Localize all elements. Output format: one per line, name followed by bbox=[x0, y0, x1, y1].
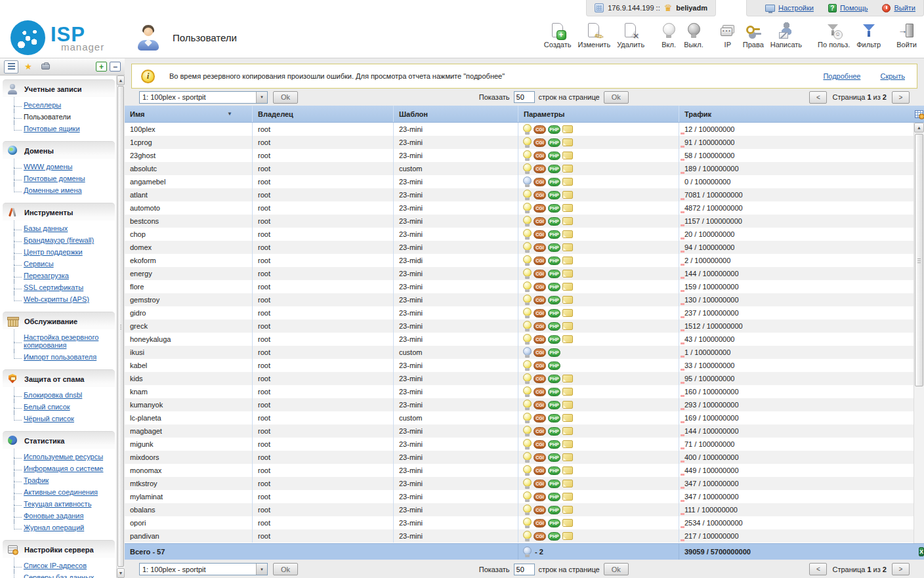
sidebar-section-header[interactable]: Инструменты bbox=[3, 203, 115, 220]
rows-ok-button[interactable]: Ok bbox=[604, 91, 629, 104]
table-row[interactable]: migunk root 23-mini CGI PHP 71 / 1000000… bbox=[125, 438, 924, 451]
table-row[interactable]: automoto root 23-mini CGI PHP 4872 / 100… bbox=[125, 201, 924, 215]
table-row[interactable]: knam root 23-mini CGI PHP 160 / 10000000… bbox=[125, 385, 924, 398]
toolbar-edit-button[interactable]: Изменить bbox=[575, 22, 614, 49]
rows-per-page-input[interactable] bbox=[514, 564, 535, 575]
scrollbar-thumb[interactable] bbox=[915, 134, 923, 386]
table-row[interactable]: lc-planeta root custom CGI PHP 169 / 100… bbox=[125, 411, 924, 424]
rows-per-page-input[interactable] bbox=[514, 91, 535, 103]
user-select[interactable]: 1: 100plex - sportpit bbox=[139, 563, 268, 575]
table-row[interactable]: 100plex root 23-mini CGI PHP 12 / 100000… bbox=[125, 123, 924, 136]
table-row[interactable]: 23ghost root 23-mini CGI PHP 58 / 100000… bbox=[125, 149, 924, 162]
sidebar-item-link[interactable]: Реселлеры bbox=[24, 101, 61, 109]
scroll-up-button[interactable] bbox=[914, 123, 924, 133]
sidebar-item-link[interactable]: Белый список bbox=[24, 403, 70, 411]
expand-all-button[interactable]: + bbox=[96, 62, 107, 72]
select-ok-button[interactable]: Ok bbox=[273, 91, 298, 104]
table-row[interactable]: atlant root 23-mini CGI PHP 7081 / 10000… bbox=[125, 188, 924, 201]
toolbar-perm-button[interactable]: Права bbox=[740, 22, 767, 49]
sidebar-item-link[interactable]: Почтовые ящики bbox=[24, 125, 80, 133]
sidebar-section-header[interactable]: Защита от спама bbox=[3, 369, 115, 387]
table-row[interactable]: energy root 23-mini CGI PHP 144 / 100000… bbox=[125, 267, 924, 280]
table-row[interactable]: absolutc root custom CGI PHP 189 / 10000… bbox=[125, 162, 924, 175]
select-dropdown-arrow-icon[interactable] bbox=[256, 564, 267, 575]
sidebar-item-link[interactable]: Фоновые задания bbox=[24, 512, 83, 520]
hide-link[interactable]: Скрыть bbox=[880, 72, 905, 80]
sidebar-section-header[interactable]: Учетные записи bbox=[3, 79, 115, 97]
table-row[interactable]: obalans root 23-mini CGI PHP 111 / 10000… bbox=[125, 503, 924, 516]
sidebar-item-link[interactable]: Почтовые домены bbox=[24, 175, 85, 182]
scrollbar-thumb[interactable] bbox=[117, 86, 124, 567]
sidebar-item-link[interactable]: Активные соединения bbox=[24, 488, 98, 496]
sidebar-scrollbar[interactable] bbox=[116, 75, 125, 578]
sidebar-item-link[interactable]: Чёрный список bbox=[24, 415, 74, 423]
sidebar-item-link[interactable]: WWW домены bbox=[24, 163, 72, 171]
sidebar-section-header[interactable]: Обслуживание bbox=[3, 312, 115, 329]
sidebar-section-header[interactable]: Статистика bbox=[3, 431, 115, 449]
table-row[interactable]: flore root 23-mini CGI PHP 159 / 1000000… bbox=[125, 280, 924, 293]
table-scrollbar[interactable] bbox=[914, 123, 924, 543]
topbar-link-logout[interactable]: Выйти bbox=[882, 4, 915, 12]
table-row[interactable]: monomax root 23-mini CGI PHP 449 / 10000… bbox=[125, 464, 924, 477]
toolbar-ip-button[interactable]: IP bbox=[716, 22, 740, 49]
table-row[interactable]: kumanyok root 23-mini CGI PHP 293 / 1000… bbox=[125, 398, 924, 411]
toolbar-delete-button[interactable]: Удалить bbox=[614, 22, 648, 49]
toolbar-write-button[interactable]: Написать bbox=[767, 22, 805, 49]
table-row[interactable]: ikusi root custom CGI PHP 1 / 100000000 bbox=[125, 346, 924, 359]
user-select[interactable]: 1: 100plex - sportpit bbox=[139, 91, 268, 104]
table-row[interactable]: angamebel root 23-mini CGI PHP 0 / 10000… bbox=[125, 175, 924, 188]
sidebar-item-link[interactable]: Информация о системе bbox=[24, 464, 103, 472]
column-header-owner[interactable]: Владелец bbox=[253, 106, 394, 122]
toolbar-create-button[interactable]: Создать bbox=[541, 22, 575, 49]
column-header-template[interactable]: Шаблон bbox=[394, 106, 518, 122]
column-header-params[interactable]: Параметры bbox=[518, 106, 679, 122]
table-row[interactable]: mtkstroy root 23-mini CGI PHP 347 / 1000… bbox=[125, 477, 924, 490]
table-row[interactable]: 1cprog root 23-mini CGI PHP 91 / 1000000… bbox=[125, 136, 924, 149]
next-page-button[interactable]: > bbox=[892, 563, 910, 575]
table-row[interactable]: chop root 23-mini CGI PHP 20 / 100000000 bbox=[125, 228, 924, 241]
table-row[interactable]: pandivan root 23-mini CGI PHP 217 / 1000… bbox=[125, 529, 924, 543]
topbar-link-help[interactable]: Помощь bbox=[828, 4, 868, 12]
scroll-up-button[interactable] bbox=[117, 75, 125, 85]
sidebar-item-link[interactable]: Список IP-адресов bbox=[24, 562, 87, 569]
column-header-traffic[interactable]: Трафик bbox=[679, 106, 914, 122]
rows-ok-button[interactable]: Ok bbox=[604, 563, 629, 575]
table-row[interactable]: magbaget root 23-mini CGI PHP 144 / 1000… bbox=[125, 424, 924, 438]
excel-export-icon[interactable] bbox=[919, 547, 924, 556]
topbar-link-settings[interactable]: Настройки bbox=[765, 4, 814, 12]
sidebar-item-link[interactable]: Трафик bbox=[24, 476, 49, 484]
table-row[interactable]: honeykaluga root 23-mini CGI PHP 43 / 10… bbox=[125, 333, 924, 346]
sidebar-item-link[interactable]: Web-скрипты (APS) bbox=[24, 295, 89, 303]
sidebar-item-link[interactable]: Текущая активность bbox=[24, 500, 91, 508]
next-page-button[interactable]: > bbox=[892, 91, 910, 104]
sidebar-item-link[interactable]: Центр поддержки bbox=[24, 248, 83, 256]
table-settings-icon[interactable] bbox=[915, 110, 923, 118]
sidebar-item-link[interactable]: Импорт пользователя bbox=[24, 353, 96, 361]
table-row[interactable]: opori root 23-mini CGI PHP 2534 / 100000… bbox=[125, 516, 924, 529]
table-row[interactable]: mylaminat root 23-mini CGI PHP 347 / 100… bbox=[125, 490, 924, 503]
prev-page-button[interactable]: < bbox=[809, 563, 827, 575]
sidebar-section-header[interactable]: Домены bbox=[3, 141, 115, 159]
select-dropdown-arrow-icon[interactable] bbox=[256, 92, 267, 103]
table-row[interactable]: bestcons root 23-mini CGI PHP 1157 / 100… bbox=[125, 215, 924, 228]
details-link[interactable]: Подробнее bbox=[823, 72, 860, 80]
toolbar-byuser-button[interactable]: По польз. bbox=[814, 22, 853, 49]
sidebar-section-header[interactable]: Настройки сервера bbox=[3, 540, 115, 558]
sidebar-item-link[interactable]: Серверы баз данных bbox=[24, 573, 94, 578]
toolbar-on-button[interactable]: Вкл. bbox=[657, 22, 681, 49]
sidebar-item-link[interactable]: Сервисы bbox=[24, 260, 54, 268]
sidebar-item-link[interactable]: Используемые ресурсы bbox=[24, 453, 103, 461]
collapse-all-button[interactable]: − bbox=[110, 62, 121, 72]
table-row[interactable]: kabel root 23-mini CGI PHP 33 / 10000000… bbox=[125, 359, 924, 372]
table-row[interactable]: greck root 23-mini CGI PHP 1512 / 100000… bbox=[125, 320, 924, 333]
prev-page-button[interactable]: < bbox=[809, 91, 827, 104]
favorites-button[interactable] bbox=[21, 60, 35, 73]
menu-view-button[interactable] bbox=[4, 60, 18, 73]
sidebar-item-link[interactable]: Базы данных bbox=[24, 224, 68, 232]
sidebar-item-link[interactable]: SSL сертификаты bbox=[24, 283, 83, 291]
select-ok-button[interactable]: Ok bbox=[273, 563, 298, 575]
table-row[interactable]: ekoform root 23-midi CGI PHP 2 / 1000000… bbox=[125, 254, 924, 267]
toolbar-off-button[interactable]: Выкл. bbox=[681, 22, 707, 49]
sidebar-item-link[interactable]: Блокировка dnsbl bbox=[24, 391, 82, 399]
table-row[interactable]: kids root 23-mini CGI PHP 95 / 100000000 bbox=[125, 372, 924, 385]
